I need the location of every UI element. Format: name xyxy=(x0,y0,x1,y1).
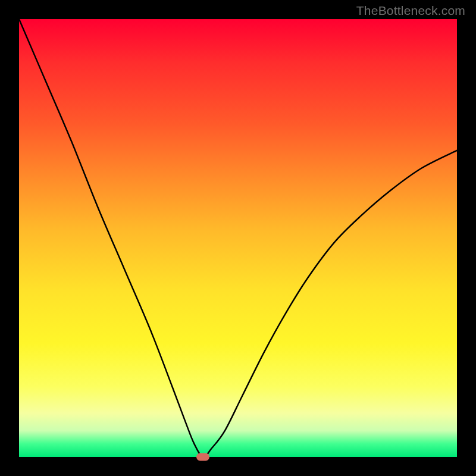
chart-canvas xyxy=(19,19,457,457)
chart-background-gradient xyxy=(19,19,457,457)
bottleneck-curve xyxy=(19,19,457,457)
minimum-marker xyxy=(196,453,209,461)
watermark-text: TheBottleneck.com xyxy=(356,4,465,18)
chart-frame: TheBottleneck.com xyxy=(0,0,476,476)
